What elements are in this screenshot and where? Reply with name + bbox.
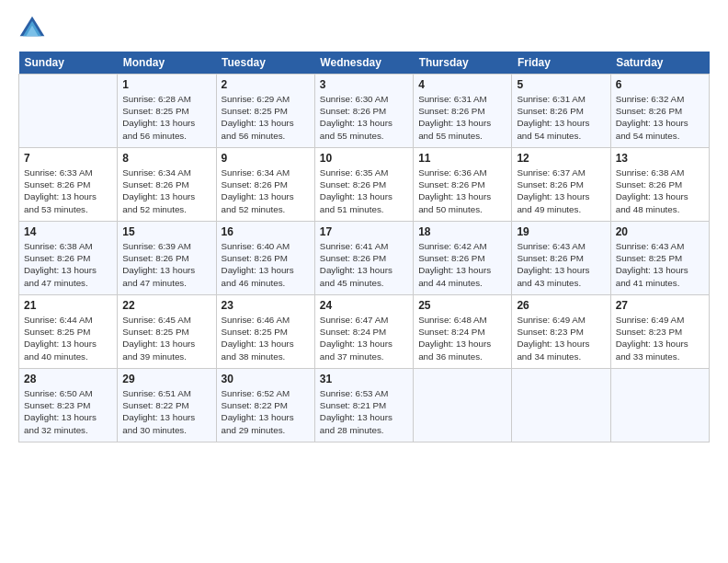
calendar-cell [414, 369, 512, 442]
day-number: 11 [418, 152, 506, 165]
header-row: SundayMondayTuesdayWednesdayThursdayFrid… [19, 52, 710, 75]
cell-info: Sunrise: 6:36 AMSunset: 8:26 PMDaylight:… [418, 167, 506, 215]
week-row-3: 14Sunrise: 6:38 AMSunset: 8:26 PMDayligh… [19, 222, 710, 295]
calendar-cell: 21Sunrise: 6:44 AMSunset: 8:25 PMDayligh… [19, 295, 118, 369]
calendar-cell: 19Sunrise: 6:43 AMSunset: 8:26 PMDayligh… [512, 222, 610, 295]
logo-icon [18, 15, 46, 42]
calendar-cell: 22Sunrise: 6:45 AMSunset: 8:25 PMDayligh… [118, 295, 216, 369]
week-row-1: 1Sunrise: 6:28 AMSunset: 8:25 PMDaylight… [19, 75, 710, 148]
cell-info: Sunrise: 6:39 AMSunset: 8:26 PMDaylight:… [122, 240, 210, 289]
day-number: 22 [122, 299, 210, 312]
calendar-cell: 31Sunrise: 6:53 AMSunset: 8:21 PMDayligh… [314, 369, 413, 442]
logo [18, 15, 50, 42]
day-number: 9 [222, 152, 310, 165]
calendar-cell: 29Sunrise: 6:51 AMSunset: 8:22 PMDayligh… [118, 369, 216, 442]
cell-info: Sunrise: 6:32 AMSunset: 8:26 PMDaylight:… [616, 93, 704, 142]
cell-info: Sunrise: 6:40 AMSunset: 8:26 PMDaylight:… [222, 240, 310, 289]
cell-info: Sunrise: 6:33 AMSunset: 8:26 PMDaylight:… [24, 167, 112, 215]
calendar-cell: 18Sunrise: 6:42 AMSunset: 8:26 PMDayligh… [414, 222, 512, 295]
day-number: 17 [320, 225, 408, 238]
cell-info: Sunrise: 6:29 AMSunset: 8:25 PMDaylight:… [222, 93, 310, 142]
calendar-cell: 25Sunrise: 6:48 AMSunset: 8:24 PMDayligh… [414, 295, 512, 369]
cell-info: Sunrise: 6:34 AMSunset: 8:26 PMDaylight:… [222, 167, 310, 215]
header [18, 15, 710, 42]
day-number: 5 [517, 78, 605, 91]
cell-info: Sunrise: 6:31 AMSunset: 8:26 PMDaylight:… [418, 93, 506, 142]
cell-info: Sunrise: 6:48 AMSunset: 8:24 PMDaylight:… [418, 314, 506, 362]
cell-info: Sunrise: 6:50 AMSunset: 8:23 PMDaylight:… [24, 387, 112, 436]
day-number: 29 [122, 373, 210, 385]
day-number: 25 [418, 299, 506, 312]
day-number: 26 [517, 299, 605, 312]
cell-info: Sunrise: 6:41 AMSunset: 8:26 PMDaylight:… [320, 240, 408, 289]
calendar-cell [512, 369, 610, 442]
cell-info: Sunrise: 6:38 AMSunset: 8:26 PMDaylight:… [616, 167, 704, 215]
calendar-cell: 3Sunrise: 6:30 AMSunset: 8:26 PMDaylight… [314, 75, 413, 148]
calendar-cell: 15Sunrise: 6:39 AMSunset: 8:26 PMDayligh… [118, 222, 216, 295]
cell-info: Sunrise: 6:42 AMSunset: 8:26 PMDaylight:… [418, 240, 506, 289]
cell-info: Sunrise: 6:45 AMSunset: 8:25 PMDaylight:… [122, 314, 210, 362]
calendar-cell: 16Sunrise: 6:40 AMSunset: 8:26 PMDayligh… [216, 222, 314, 295]
day-number: 27 [616, 299, 704, 312]
day-number: 3 [320, 78, 408, 91]
day-number: 18 [418, 225, 506, 238]
day-number: 2 [222, 78, 310, 91]
cell-info: Sunrise: 6:46 AMSunset: 8:25 PMDaylight:… [222, 314, 310, 362]
day-number: 15 [122, 225, 210, 238]
calendar-cell: 28Sunrise: 6:50 AMSunset: 8:23 PMDayligh… [19, 369, 118, 442]
day-number: 1 [122, 78, 210, 91]
calendar-cell: 5Sunrise: 6:31 AMSunset: 8:26 PMDaylight… [512, 75, 610, 148]
calendar-cell: 2Sunrise: 6:29 AMSunset: 8:25 PMDaylight… [216, 75, 314, 148]
cell-info: Sunrise: 6:35 AMSunset: 8:26 PMDaylight:… [320, 167, 408, 215]
cell-info: Sunrise: 6:49 AMSunset: 8:23 PMDaylight:… [616, 314, 704, 362]
day-header-tuesday: Tuesday [216, 52, 314, 75]
day-number: 31 [320, 373, 408, 385]
cell-info: Sunrise: 6:44 AMSunset: 8:25 PMDaylight:… [24, 314, 112, 362]
calendar-cell: 10Sunrise: 6:35 AMSunset: 8:26 PMDayligh… [314, 148, 413, 222]
cell-info: Sunrise: 6:51 AMSunset: 8:22 PMDaylight:… [122, 387, 210, 436]
calendar-cell [19, 75, 118, 148]
calendar-cell: 8Sunrise: 6:34 AMSunset: 8:26 PMDaylight… [118, 148, 216, 222]
calendar-cell: 12Sunrise: 6:37 AMSunset: 8:26 PMDayligh… [512, 148, 610, 222]
cell-info: Sunrise: 6:53 AMSunset: 8:21 PMDaylight:… [320, 387, 408, 436]
calendar-cell: 11Sunrise: 6:36 AMSunset: 8:26 PMDayligh… [414, 148, 512, 222]
day-number: 7 [24, 152, 112, 165]
day-number: 10 [320, 152, 408, 165]
week-row-5: 28Sunrise: 6:50 AMSunset: 8:23 PMDayligh… [19, 369, 710, 442]
day-number: 19 [517, 225, 605, 238]
day-number: 12 [517, 152, 605, 165]
calendar-cell: 13Sunrise: 6:38 AMSunset: 8:26 PMDayligh… [610, 148, 709, 222]
cell-info: Sunrise: 6:31 AMSunset: 8:26 PMDaylight:… [517, 93, 605, 142]
calendar-cell: 20Sunrise: 6:43 AMSunset: 8:25 PMDayligh… [610, 222, 709, 295]
cell-info: Sunrise: 6:30 AMSunset: 8:26 PMDaylight:… [320, 93, 408, 142]
day-header-friday: Friday [512, 52, 610, 75]
day-number: 8 [122, 152, 210, 165]
day-number: 24 [320, 299, 408, 312]
day-header-monday: Monday [118, 52, 216, 75]
day-number: 21 [24, 299, 112, 312]
calendar-cell: 6Sunrise: 6:32 AMSunset: 8:26 PMDaylight… [610, 75, 709, 148]
calendar-table: SundayMondayTuesdayWednesdayThursdayFrid… [18, 52, 710, 442]
day-header-thursday: Thursday [414, 52, 512, 75]
day-number: 13 [616, 152, 704, 165]
calendar-cell: 26Sunrise: 6:49 AMSunset: 8:23 PMDayligh… [512, 295, 610, 369]
calendar-cell: 9Sunrise: 6:34 AMSunset: 8:26 PMDaylight… [216, 148, 314, 222]
cell-info: Sunrise: 6:47 AMSunset: 8:24 PMDaylight:… [320, 314, 408, 362]
page: SundayMondayTuesdayWednesdayThursdayFrid… [0, 0, 728, 452]
calendar-cell: 27Sunrise: 6:49 AMSunset: 8:23 PMDayligh… [610, 295, 709, 369]
cell-info: Sunrise: 6:43 AMSunset: 8:25 PMDaylight:… [616, 240, 704, 289]
cell-info: Sunrise: 6:34 AMSunset: 8:26 PMDaylight:… [122, 167, 210, 215]
day-number: 16 [222, 225, 310, 238]
day-number: 28 [24, 373, 112, 385]
cell-info: Sunrise: 6:38 AMSunset: 8:26 PMDaylight:… [24, 240, 112, 289]
calendar-cell: 14Sunrise: 6:38 AMSunset: 8:26 PMDayligh… [19, 222, 118, 295]
day-number: 20 [616, 225, 704, 238]
day-number: 14 [24, 225, 112, 238]
calendar-cell: 4Sunrise: 6:31 AMSunset: 8:26 PMDaylight… [414, 75, 512, 148]
calendar-cell [610, 369, 709, 442]
cell-info: Sunrise: 6:52 AMSunset: 8:22 PMDaylight:… [222, 387, 310, 436]
calendar-cell: 30Sunrise: 6:52 AMSunset: 8:22 PMDayligh… [216, 369, 314, 442]
cell-info: Sunrise: 6:49 AMSunset: 8:23 PMDaylight:… [517, 314, 605, 362]
day-number: 23 [222, 299, 310, 312]
day-header-wednesday: Wednesday [314, 52, 413, 75]
